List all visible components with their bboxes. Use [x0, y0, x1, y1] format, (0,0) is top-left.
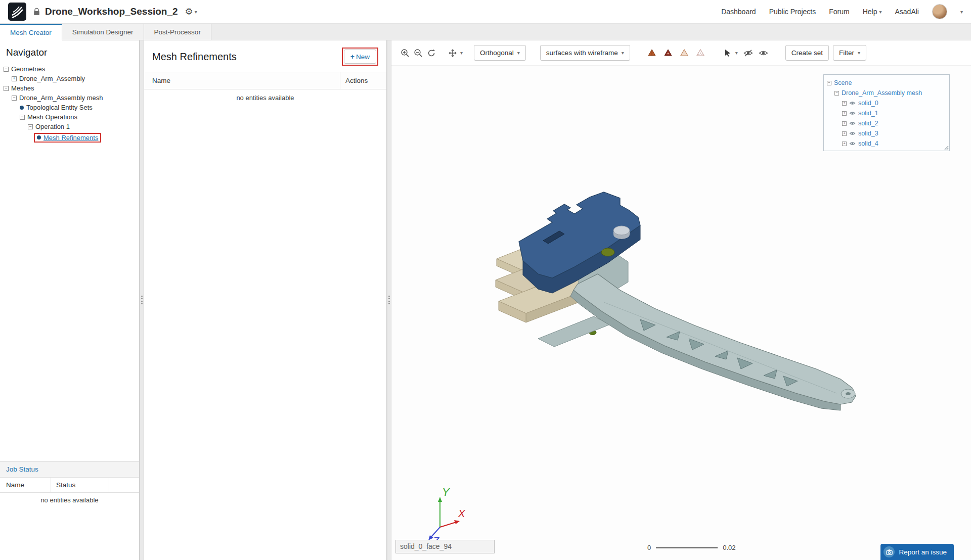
scale-min-label: 0 — [647, 544, 651, 551]
private-lock-icon — [33, 8, 40, 16]
projection-dropdown[interactable]: Orthogonal ▾ — [474, 45, 526, 61]
mesh-quality-outline-icon[interactable] — [678, 46, 691, 60]
chevron-down-icon: ▾ — [195, 9, 197, 15]
visibility-eye-icon[interactable] — [849, 131, 856, 136]
scene-solid-row[interactable]: + solid_0 — [827, 98, 946, 108]
tree-item-geometries[interactable]: − Geometries — [3, 64, 139, 74]
user-avatar[interactable] — [932, 4, 947, 19]
scene-mesh-row[interactable]: − Drone_Arm_Assembly mesh — [827, 88, 946, 98]
axis-y-label: Y — [442, 488, 450, 498]
visibility-eye-icon[interactable] — [849, 121, 856, 126]
zoom-out-icon[interactable] — [412, 46, 425, 60]
nav-username[interactable]: AsadAli — [895, 8, 919, 16]
pan-icon — [446, 46, 459, 60]
navigator-title: Navigator — [0, 40, 139, 64]
visibility-eye-icon[interactable] — [849, 111, 856, 116]
select-mode-dropdown[interactable]: ▾ — [721, 46, 738, 60]
expand-icon[interactable]: + — [12, 76, 17, 81]
job-status-empty-text: no entities available — [0, 493, 139, 507]
chevron-down-icon: ▾ — [622, 50, 624, 56]
filter-dropdown[interactable]: Filter ▾ — [833, 45, 866, 61]
chevron-down-icon: ▾ — [879, 9, 881, 15]
user-menu-chevron-icon[interactable]: ▾ — [960, 9, 963, 15]
scale-max-label: 0.02 — [723, 544, 735, 551]
plus-icon: + — [350, 53, 355, 61]
resize-grip-icon[interactable] — [944, 145, 949, 150]
tab-simulation-designer[interactable]: Simulation Designer — [62, 24, 144, 40]
resizer-grip-icon — [141, 296, 143, 305]
collapse-icon[interactable]: − — [4, 86, 9, 91]
visibility-eye-icon[interactable] — [849, 141, 856, 146]
scale-bar: 0 0.02 — [647, 544, 736, 551]
render-mode-dropdown[interactable]: surfaces with wireframe ▾ — [540, 45, 630, 61]
camera-icon — [884, 546, 895, 557]
collapse-icon[interactable]: − — [20, 115, 25, 120]
tree-item-meshes[interactable]: − Meshes — [3, 83, 139, 93]
new-refinement-button[interactable]: + New — [344, 50, 376, 64]
scene-root-row[interactable]: − Scene — [827, 78, 946, 88]
mesh-refinements-panel: Mesh Refinements + New Name Actions no e… — [144, 40, 387, 560]
col-actions: Actions — [340, 72, 386, 89]
collapse-icon[interactable]: − — [827, 81, 831, 85]
mesh-quality-dark-icon[interactable] — [661, 46, 675, 60]
refinements-table-header: Name Actions — [144, 72, 386, 89]
gear-icon: ⚙ — [185, 6, 193, 17]
hovered-entity-field[interactable]: solid_0_face_94 — [395, 540, 495, 553]
expand-icon[interactable]: + — [842, 111, 847, 116]
tree-item-mesh-refinements[interactable]: Mesh Refinements — [3, 131, 139, 144]
nav-dashboard[interactable]: Dashboard — [721, 8, 756, 16]
hide-selection-icon[interactable] — [742, 46, 755, 60]
scene-tree-overlay: − Scene − Drone_Arm_Assembly mesh + soli… — [823, 74, 950, 151]
app-logo[interactable] — [8, 3, 26, 21]
tree-item-topological-entity-sets[interactable]: Topological Entity Sets — [3, 103, 139, 112]
job-status-title[interactable]: Job Status — [0, 461, 139, 478]
project-settings-button[interactable]: ⚙ ▾ — [185, 6, 197, 17]
scene-solid-row[interactable]: + solid_4 — [827, 138, 946, 149]
zoom-in-icon[interactable] — [399, 46, 412, 60]
tab-post-processor[interactable]: Post-Processor — [144, 24, 211, 40]
scene-solid-row[interactable]: + solid_1 — [827, 108, 946, 118]
mesh-refinements-header: Mesh Refinements + New — [144, 40, 386, 72]
collapse-icon[interactable]: − — [12, 96, 17, 101]
nav-forum[interactable]: Forum — [829, 8, 849, 16]
model-arm[interactable] — [570, 274, 856, 410]
job-status-header-row: Name Status — [0, 478, 139, 493]
model-fork[interactable] — [538, 316, 610, 347]
tree-item-operation-1[interactable]: − Operation 1 — [3, 122, 139, 131]
tab-mesh-creator[interactable]: Mesh Creator — [0, 24, 62, 40]
expand-icon[interactable]: + — [842, 142, 847, 146]
viewer-canvas[interactable]: − Scene − Drone_Arm_Assembly mesh + soli… — [391, 66, 971, 560]
panel-resizer[interactable] — [387, 40, 391, 560]
scene-solid-row[interactable]: + solid_3 — [827, 128, 946, 138]
expand-icon[interactable]: + — [842, 101, 847, 106]
job-status-col-name: Name — [0, 478, 51, 492]
tree-item-drone-arm-assembly[interactable]: + Drone_Arm_Assembly — [3, 74, 139, 83]
report-issue-button[interactable]: Report an issue — [880, 544, 954, 560]
cursor-icon — [721, 46, 734, 60]
pan-mode-dropdown[interactable]: ▾ — [446, 46, 463, 60]
mesh-quality-tools — [645, 46, 707, 60]
visibility-eye-icon[interactable] — [849, 101, 856, 106]
tree-node-icon — [37, 135, 41, 139]
scene-solid-row[interactable]: + solid_2 — [827, 118, 946, 128]
mesh-quality-points-icon[interactable] — [694, 46, 707, 60]
navigator-panel: Navigator − Geometries + Drone_Arm_Assem… — [0, 40, 140, 560]
panel-resizer[interactable] — [140, 40, 144, 560]
expand-icon[interactable]: + — [842, 121, 847, 126]
collapse-icon[interactable]: − — [28, 124, 33, 129]
tree-item-drone-arm-assembly-mesh[interactable]: − Drone_Arm_Assembly mesh — [3, 93, 139, 103]
tree-item-mesh-operations[interactable]: − Mesh Operations — [3, 112, 139, 122]
show-all-icon[interactable] — [757, 46, 770, 60]
col-name: Name — [144, 72, 340, 89]
reset-view-icon[interactable] — [425, 46, 438, 60]
navigator-tree: − Geometries + Drone_Arm_Assembly − Mesh… — [0, 64, 139, 461]
create-set-button[interactable]: Create set — [785, 45, 829, 61]
nav-help[interactable]: Help▾ — [863, 8, 882, 16]
main-area: Navigator − Geometries + Drone_Arm_Assem… — [0, 40, 971, 560]
job-status-col-status: Status — [51, 478, 109, 492]
collapse-icon[interactable]: − — [4, 67, 9, 72]
expand-icon[interactable]: + — [842, 131, 847, 136]
nav-public-projects[interactable]: Public Projects — [769, 8, 816, 16]
collapse-icon[interactable]: − — [834, 91, 839, 96]
mesh-quality-solid-icon[interactable] — [645, 46, 658, 60]
